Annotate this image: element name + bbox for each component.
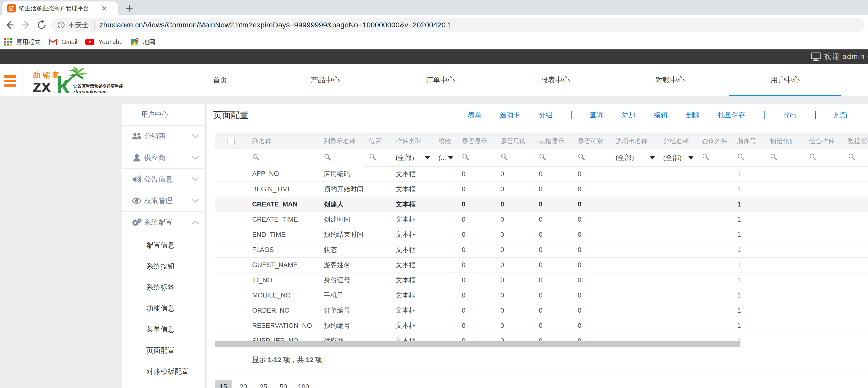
filter-search[interactable] xyxy=(737,155,744,162)
sidebar-group[interactable]: 供应商 xyxy=(122,147,205,169)
tab-close-icon[interactable] xyxy=(100,4,109,13)
toolbar-action[interactable]: 添加 xyxy=(622,110,636,120)
sidebar-subitem[interactable]: 系统按钮 xyxy=(122,256,205,277)
filter-cell xyxy=(319,149,364,166)
col-header[interactable]: 列名称 xyxy=(247,133,319,149)
toolbar-action[interactable]: 批量保存 xyxy=(718,110,745,120)
col-header[interactable]: 校验 xyxy=(434,133,457,149)
horizontal-scrollbar[interactable] xyxy=(215,341,740,347)
filter-search[interactable] xyxy=(702,155,709,162)
filter-search[interactable] xyxy=(809,155,816,162)
page-size-50[interactable]: 50 xyxy=(275,380,292,388)
bookmark-item[interactable]: 應用程式 xyxy=(4,38,40,46)
cell-combo xyxy=(804,333,843,348)
col-header[interactable]: 是否可空 xyxy=(573,133,611,149)
sidebar-subitem[interactable]: 功能信息 xyxy=(122,298,205,319)
grid-row-APP_NO[interactable]: APP_NO应用编码文本框00001 xyxy=(215,166,868,181)
nav-item-6[interactable]: 用户中心 xyxy=(727,64,843,96)
grid-row-GUEST_NAME[interactable]: GUEST_NAME游客姓名文本框00001 xyxy=(215,257,868,272)
reload-icon[interactable] xyxy=(35,19,48,31)
page-size-15[interactable]: 15 xyxy=(215,380,232,388)
col-header[interactable]: 选项卡名称 xyxy=(611,133,658,149)
sidebar-group[interactable]: 分销商 xyxy=(122,126,205,147)
cell-order: 1 xyxy=(732,181,765,197)
grid-row-BEGIN_TIME[interactable]: BEGIN_TIME预约开始时间文本框00001 xyxy=(215,181,868,197)
col-header[interactable]: 列显示名称 xyxy=(319,133,364,149)
filter-select[interactable]: (全部) xyxy=(616,153,658,162)
new-tab-icon[interactable] xyxy=(124,3,134,13)
browser-tab[interactable]: 链 链生活多业态商户管理平台 xyxy=(2,1,118,15)
toolbar-action[interactable]: 选项卡 xyxy=(500,110,521,120)
toolbar-action[interactable]: 分组 xyxy=(539,110,553,120)
grid-row-END_TIME[interactable]: END_TIME预约结束时间文本框00001 xyxy=(215,227,868,242)
col-header[interactable]: 是否只读 xyxy=(496,133,534,149)
filter-search[interactable] xyxy=(252,155,259,162)
filter-select[interactable]: (全部) xyxy=(663,153,697,162)
toolbar-action[interactable]: 编辑 xyxy=(654,110,668,120)
col-header[interactable]: 表格显示 xyxy=(534,133,573,149)
filter-search[interactable] xyxy=(770,155,777,162)
filter-search[interactable] xyxy=(578,155,585,162)
grid-row-CREATE_MAN[interactable]: CREATE_MAN创建人文本框00001 xyxy=(215,197,868,212)
bookmark-item[interactable]: 地圖 xyxy=(131,38,155,46)
sidebar-group[interactable]: 公告信息 xyxy=(122,169,205,190)
filter-search[interactable] xyxy=(500,155,508,162)
cell-show: 0 xyxy=(457,197,496,212)
toolbar-action[interactable]: 删除 xyxy=(686,110,700,120)
grid-row-MOBILE_NO[interactable]: MOBILE_NO手机号文本框00001 xyxy=(215,288,868,303)
bookmark-item[interactable]: Gmail xyxy=(49,38,77,46)
nav-item-4[interactable]: 报表中心 xyxy=(498,64,613,96)
cell-readonly: 0 xyxy=(496,272,534,288)
toolbar-action[interactable]: 导出 xyxy=(783,110,797,120)
grid-row-CREATE_TIME[interactable]: CREATE_TIME创建时间文本框00001 xyxy=(215,212,868,227)
page-size-25[interactable]: 25 xyxy=(255,380,272,388)
filter-search[interactable] xyxy=(369,155,376,162)
cell-cb xyxy=(215,242,247,257)
col-header[interactable]: 组合控件 xyxy=(804,133,843,149)
col-header[interactable]: 位置 xyxy=(364,133,391,149)
page-size-20[interactable]: 20 xyxy=(235,380,252,388)
filter-search[interactable] xyxy=(324,155,331,162)
forward-icon[interactable] xyxy=(20,19,32,31)
filter-search[interactable] xyxy=(539,155,546,162)
site-security[interactable]: 不安全 xyxy=(58,20,89,30)
col-header[interactable]: 分组名称 xyxy=(658,133,697,149)
address-bar[interactable]: 不安全 zhuxiaoke.cn/Views/Common/MainNew2.h… xyxy=(51,18,865,32)
sidebar-subitem[interactable]: 对账模板配置 xyxy=(122,361,205,382)
page-size-100[interactable]: 100 xyxy=(295,380,312,388)
select-all-checkbox[interactable] xyxy=(227,138,235,145)
grid-row-ORDER_NO[interactable]: ORDER_NO订单编号文本框00001 xyxy=(215,303,868,318)
sidebar-group[interactable]: 权限管理 xyxy=(122,190,205,212)
grid-row-RESERVATION_NO[interactable]: RESERVATION_NO预约编号文本框00001 xyxy=(215,318,868,333)
filter-select[interactable]: (... xyxy=(438,154,457,162)
col-header[interactable]: 数据类型 xyxy=(843,133,868,149)
cell-combo xyxy=(804,242,843,257)
users-icon xyxy=(132,132,142,140)
filter-search[interactable] xyxy=(462,155,469,162)
col-header[interactable]: 顺序号 xyxy=(732,133,765,149)
sidebar-subitem[interactable]: 页面配置 xyxy=(122,340,205,361)
nav-item-2[interactable]: 产品中心 xyxy=(268,64,383,96)
grid-row-ID_NO[interactable]: ID_NO身份证号文本框00001 xyxy=(215,272,868,288)
nav-item-5[interactable]: 对账中心 xyxy=(613,64,727,96)
nav-item-1[interactable]: 首页 xyxy=(163,64,278,96)
toolbar-action[interactable]: 查询 xyxy=(590,110,603,120)
col-header[interactable]: 是否显示 xyxy=(457,133,496,149)
bookmark-item[interactable]: YouTube xyxy=(85,38,123,46)
back-icon[interactable] xyxy=(3,19,16,31)
col-header[interactable]: 控件类型 xyxy=(391,133,434,149)
filter-select[interactable]: (全部) xyxy=(396,153,434,162)
toolbar-action[interactable]: 刷新 xyxy=(834,110,848,120)
sidebar-subitem[interactable]: 系统标签 xyxy=(122,277,205,298)
sidebar-group[interactable]: 系统配置 xyxy=(122,212,205,233)
cell-order: 1 xyxy=(732,257,765,272)
grid-row-FLAGS[interactable]: FLAGS状态文本框00001 xyxy=(215,242,868,257)
cell-control: 文本框 xyxy=(391,181,434,197)
col-header[interactable]: 初始化值 xyxy=(765,133,804,149)
toolbar-action[interactable]: 表单 xyxy=(468,110,482,120)
filter-search[interactable] xyxy=(848,155,855,162)
nav-item-3[interactable]: 订单中心 xyxy=(383,64,498,96)
col-header[interactable]: 查询条件 xyxy=(697,133,732,149)
sidebar-subitem[interactable]: 菜单信息 xyxy=(122,319,205,340)
sidebar-subitem[interactable]: 配置信息 xyxy=(122,235,205,256)
